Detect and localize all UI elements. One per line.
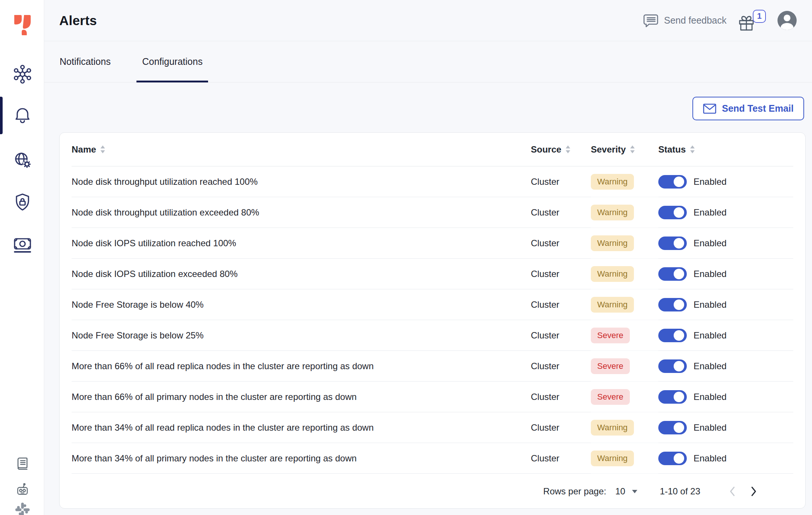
alert-source: Cluster [531,412,591,443]
column-header-source[interactable]: Source [531,133,591,166]
status-toggle[interactable] [658,421,687,434]
status-label: Enabled [694,330,727,341]
docs-book-icon [15,457,30,472]
status-cell: Enabled [658,443,793,474]
sidebar-item-security[interactable] [13,192,32,212]
sidebar-item-slack[interactable] [15,502,30,515]
table-row[interactable]: Node Free Storage is below 40% Cluster W… [60,289,805,320]
status-cell: Enabled [658,289,793,320]
status-label: Enabled [694,177,727,187]
sidebar [0,0,44,515]
status-cell: Enabled [658,228,793,259]
severity-badge: Warning [591,297,634,313]
table-row[interactable]: Node disk throughput utilization reached… [60,166,805,197]
alert-configurations-table: Name Source Severity Status Node disk th… [59,132,806,509]
whats-new-button[interactable]: 1 [738,10,766,31]
send-feedback-button[interactable]: Send feedback [643,13,727,28]
sidebar-item-alerts[interactable] [13,106,32,125]
severity-cell: Warning [591,289,658,320]
alert-source: Cluster [531,289,591,320]
status-toggle[interactable] [658,206,687,219]
status-label: Enabled [694,361,727,371]
severity-cell: Warning [591,197,658,228]
severity-cell: Warning [591,412,658,443]
status-toggle[interactable] [658,298,687,311]
severity-badge: Warning [591,235,634,251]
alert-name: More than 34% of all primary nodes in th… [72,443,531,474]
status-label: Enabled [694,453,727,464]
alert-source: Cluster [531,351,591,382]
sidebar-item-chatbot[interactable] [15,482,30,497]
rows-per-page-select[interactable]: 10 [615,486,638,497]
table-row[interactable]: More than 34% of all primary nodes in th… [60,443,805,474]
alert-name: Node Free Storage is below 40% [72,289,531,320]
top-header: Alerts Send feedback [44,0,812,41]
sidebar-item-network[interactable] [13,150,32,169]
table-row[interactable]: More than 66% of all primary nodes in th… [60,382,805,412]
sort-icon [565,145,571,154]
alert-name: Node disk throughput utilization reached… [72,166,531,197]
status-toggle[interactable] [658,329,687,342]
tab-notifications[interactable]: Notifications [54,41,116,82]
status-toggle[interactable] [658,359,687,373]
severity-badge: Warning [591,205,634,220]
notification-count-badge: 1 [753,10,766,23]
tab-configurations[interactable]: Configurations [136,41,208,82]
status-cell: Enabled [658,382,793,412]
table-row[interactable]: Node disk IOPS utilization reached 100% … [60,228,805,259]
status-toggle[interactable] [658,267,687,281]
rows-per-page-value: 10 [615,486,625,497]
column-header-name[interactable]: Name [72,133,531,166]
previous-page-button[interactable] [722,481,743,502]
toggle-knob [674,177,684,187]
sidebar-item-clusters[interactable] [13,64,32,84]
chevron-right-icon [750,486,757,497]
toolbar: Send Test Email [44,82,812,132]
table-row[interactable]: More than 66% of all read replica nodes … [60,351,805,382]
toggle-knob [674,330,684,341]
send-test-email-button[interactable]: Send Test Email [692,97,804,120]
severity-cell: Warning [591,166,658,197]
avatar-icon [777,10,797,30]
status-label: Enabled [694,269,727,279]
table-row[interactable]: Node disk throughput utilization exceede… [60,197,805,228]
alert-source: Cluster [531,197,591,228]
severity-cell: Severe [591,351,658,382]
feedback-bubble-icon [643,13,659,28]
sort-icon [100,145,106,154]
status-toggle[interactable] [658,237,687,250]
alert-source: Cluster [531,382,591,412]
status-label: Enabled [694,207,727,218]
alert-name: Node disk IOPS utilization reached 100% [72,228,531,259]
status-cell: Enabled [658,197,793,228]
severity-cell: Warning [591,228,658,259]
table-row[interactable]: More than 34% of all read replica nodes … [60,412,805,443]
table-row[interactable]: Node disk IOPS utilization exceeded 80% … [60,259,805,289]
page-title: Alerts [59,13,97,28]
status-toggle[interactable] [658,390,687,404]
table-row[interactable]: Node Free Storage is below 25% Cluster S… [60,320,805,351]
yugabyte-logo-icon [13,14,31,35]
alert-name: More than 66% of all primary nodes in th… [72,382,531,412]
sidebar-item-docs[interactable] [15,457,30,472]
sidebar-item-billing[interactable] [13,235,32,255]
toggle-knob [674,361,684,371]
yugabyte-logo[interactable] [13,14,31,34]
column-header-severity[interactable]: Severity [591,133,658,166]
column-header-status[interactable]: Status [658,133,793,166]
status-toggle[interactable] [658,452,687,465]
main-content: Alerts Send feedback [44,0,812,515]
severity-badge: Warning [591,451,634,466]
table-header-row: Name Source Severity Status [60,133,805,166]
toggle-knob [674,207,684,218]
security-shield-icon [13,192,32,212]
slack-icon [15,502,30,515]
chevron-left-icon [729,486,736,497]
alert-source: Cluster [531,166,591,197]
next-page-button[interactable] [743,481,764,502]
status-toggle[interactable] [658,175,687,189]
user-avatar[interactable] [777,10,797,30]
status-cell: Enabled [658,320,793,351]
envelope-icon [703,103,716,114]
severity-badge: Severe [591,358,630,374]
